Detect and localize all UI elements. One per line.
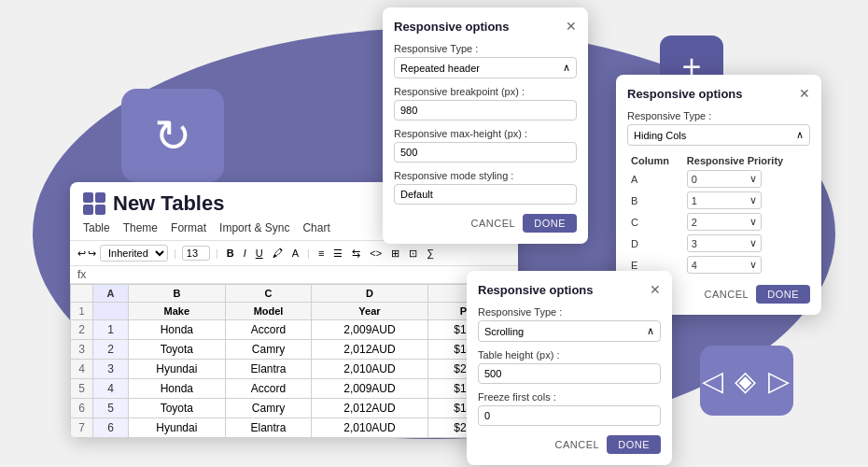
underline-button[interactable]: U	[253, 247, 266, 260]
menu-import-sync[interactable]: Import & Sync	[219, 221, 289, 234]
italic-button[interactable]: I	[241, 247, 249, 260]
hiding-col-row-d: D 3 ∨	[627, 233, 810, 254]
redo-button[interactable]: ↪	[88, 248, 96, 260]
dialog-mid-type-value: Hiding Cols	[634, 130, 686, 141]
row-num-3: 3	[71, 340, 93, 360]
cell-2-b[interactable]: Honda	[129, 320, 226, 340]
priority-b-val: 1	[692, 195, 697, 206]
cell-5-c[interactable]: Accord	[225, 379, 312, 399]
hiding-col-c-priority[interactable]: 2 ∨	[687, 213, 762, 231]
cell-1-d[interactable]: Year	[312, 303, 427, 320]
dialog-top-cancel[interactable]: CANCEL	[471, 214, 516, 233]
dialog-mid-type-select[interactable]: Hiding Cols ∧	[627, 124, 810, 146]
dialog-bottom-done[interactable]: DONE	[607, 435, 661, 454]
bold-button[interactable]: B	[224, 247, 237, 260]
border-button[interactable]: ⊡	[406, 247, 420, 261]
cell-6-d[interactable]: 2,012AUD	[312, 399, 427, 418]
table-button[interactable]: ⊞	[388, 247, 402, 261]
priority-a-val: 0	[692, 174, 697, 185]
cell-4-a[interactable]: 3	[93, 360, 129, 379]
highlight-button[interactable]: 🖍	[270, 247, 286, 260]
dialog-bottom-freeze-input[interactable]	[478, 405, 661, 426]
menu-chart[interactable]: Chart	[302, 221, 329, 234]
cell-6-b[interactable]: Toyota	[129, 399, 226, 418]
dialog-mid-close[interactable]: ✕	[799, 86, 810, 101]
undo-button[interactable]: ↩	[77, 248, 86, 260]
cell-5-a[interactable]: 4	[93, 379, 129, 399]
dialog-top-type-value: Repeated header	[400, 63, 480, 74]
more-button[interactable]: ∑	[424, 247, 437, 260]
align-center-button[interactable]: ☰	[330, 247, 345, 261]
hiding-col-e-priority[interactable]: 4 ∨	[687, 256, 762, 274]
dialog-top-maxheight-input[interactable]	[394, 142, 577, 163]
dialog-top-title: Responsive options	[394, 20, 510, 34]
cell-7-d[interactable]: 2,010AUD	[312, 418, 427, 438]
dialog-top-done[interactable]: DONE	[523, 214, 577, 233]
dialog-top-type-group: Responsive Type : Repeated header ∧	[394, 43, 577, 78]
cell-2-d[interactable]: 2,009AUD	[312, 320, 427, 340]
separator-3: |	[307, 248, 310, 259]
cell-6-a[interactable]: 5	[93, 399, 129, 418]
col-header-d[interactable]: D	[312, 285, 427, 303]
dialog-bottom-type-value: Scrolling	[484, 326, 524, 337]
nav-icon-box[interactable]: ◁ ◈ ▷	[700, 346, 793, 416]
align-left-button[interactable]: ≡	[315, 247, 327, 260]
dialog-top-breakpoint-input[interactable]	[394, 100, 577, 120]
cell-1-c[interactable]: Model	[225, 303, 312, 320]
chevron-up-icon-2: ∧	[796, 129, 804, 141]
dialog-top-type-select[interactable]: Repeated header ∧	[394, 57, 577, 78]
dialog-mid-done[interactable]: DONE	[756, 285, 810, 304]
dialog-top: Responsive options ✕ Responsive Type : R…	[383, 7, 588, 244]
hiding-col-row-a: A 0 ∨	[627, 168, 810, 190]
row-num-2: 2	[71, 320, 93, 340]
menu-format[interactable]: Format	[171, 221, 206, 234]
cell-7-c[interactable]: Elantra	[225, 418, 312, 438]
cell-7-b[interactable]: Hyundai	[129, 418, 226, 438]
dialog-top-maxheight-label: Responsive max-height (px) :	[394, 128, 577, 139]
code-button[interactable]: <>	[367, 247, 385, 260]
dialog-top-mode-input[interactable]	[394, 184, 577, 205]
cell-6-c[interactable]: Camry	[225, 399, 312, 418]
dialog-bottom-type-select[interactable]: Scrolling ∧	[478, 320, 661, 342]
dialog-mid-cancel[interactable]: CANCEL	[705, 285, 749, 304]
formula-bar: fx	[70, 266, 518, 284]
hiding-col-b-priority[interactable]: 1 ∨	[687, 191, 762, 209]
cell-1-b[interactable]: Make	[129, 303, 226, 320]
cell-3-b[interactable]: Toyota	[129, 340, 226, 360]
dialog-bottom-close[interactable]: ✕	[650, 282, 661, 297]
dialog-bottom-freeze-label: Freeze first cols :	[478, 391, 661, 403]
hiding-col-d-priority[interactable]: 3 ∨	[687, 234, 762, 252]
hiding-col-a-priority[interactable]: 0 ∨	[687, 170, 762, 188]
font-size-input[interactable]	[182, 246, 210, 261]
menu-table[interactable]: Table	[83, 221, 110, 234]
cell-3-c[interactable]: Camry	[225, 340, 312, 360]
data-table: A B C D E 1 Make Model Year Price 2 1 Ho…	[70, 284, 518, 438]
refresh-icon-box[interactable]: ↻	[121, 89, 224, 182]
col-header-a[interactable]: A	[93, 285, 129, 303]
chevron-down-c: ∨	[749, 216, 757, 228]
cell-2-c[interactable]: Accord	[225, 320, 312, 340]
cell-7-a[interactable]: 6	[93, 418, 129, 438]
dialog-bottom-cancel[interactable]: CANCEL	[555, 435, 600, 454]
cell-3-d[interactable]: 2,012AUD	[312, 340, 427, 360]
wrap-button[interactable]: ⇆	[349, 247, 363, 261]
cell-4-d[interactable]: 2,010AUD	[312, 360, 427, 379]
text-color-button[interactable]: A	[289, 247, 301, 260]
col-header-b[interactable]: B	[129, 285, 226, 303]
inherited-select[interactable]: Inherited	[100, 245, 168, 262]
dialog-top-close[interactable]: ✕	[566, 19, 577, 34]
dialog-bottom-type-label: Responsive Type :	[478, 306, 661, 318]
cell-2-a[interactable]: 1	[93, 320, 129, 340]
col-header-c[interactable]: C	[225, 285, 312, 303]
cell-3-a[interactable]: 2	[93, 340, 129, 360]
cell-1-a[interactable]	[93, 303, 129, 320]
cell-5-b[interactable]: Honda	[129, 379, 226, 399]
dialog-bottom-height-input[interactable]	[478, 363, 661, 384]
chevron-up-icon: ∧	[563, 62, 570, 74]
cell-5-d[interactable]: 2,009AUD	[312, 379, 427, 399]
menu-theme[interactable]: Theme	[123, 221, 158, 234]
hiding-col-b-label: B	[627, 190, 683, 211]
cell-4-b[interactable]: Hyundai	[129, 360, 226, 379]
toolbar: ↩ ↪ Inherited | | B I U 🖍 A | ≡ ☰ ⇆ <> ⊞…	[70, 240, 518, 266]
cell-4-c[interactable]: Elantra	[225, 360, 312, 379]
